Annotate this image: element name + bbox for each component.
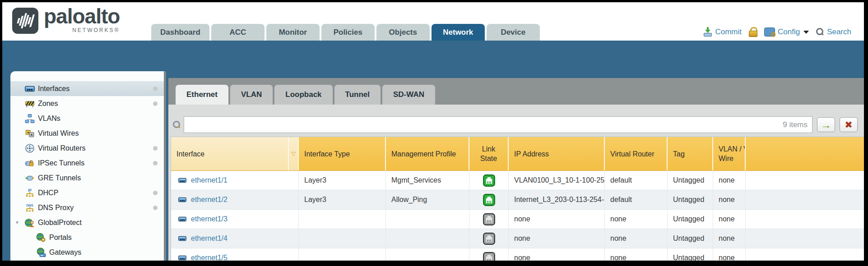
cell-interface: ethernet1/1 xyxy=(171,171,299,190)
column-header-interface[interactable]: Interface xyxy=(171,137,289,170)
sidebar-item-interfaces[interactable]: Interfaces xyxy=(10,81,164,96)
interface-link[interactable]: ethernet1/4 xyxy=(191,234,227,243)
sidebar-item-virtual-wires[interactable]: Virtual Wires xyxy=(10,126,164,141)
cell-tag: Untagged xyxy=(668,229,713,248)
column-header-link[interactable]: Link State xyxy=(469,137,509,170)
content-tab-tunnel[interactable]: Tunnel xyxy=(334,85,381,105)
column-label: Virtual Router xyxy=(610,149,654,159)
virtual-wires-icon xyxy=(25,128,35,138)
interfaces-icon xyxy=(25,84,35,94)
dns-proxy-icon xyxy=(25,203,35,213)
table-row[interactable]: ethernet1/2Layer3Allow_PingInternet_L3_2… xyxy=(171,190,864,210)
green-arrow-icon: → xyxy=(821,119,831,130)
interface-link[interactable]: ethernet1/2 xyxy=(191,196,227,204)
nav-tab-objects[interactable]: Objects xyxy=(376,24,430,41)
filter-input[interactable] xyxy=(184,117,780,133)
brand-subtitle: NETWORKS® xyxy=(72,28,120,33)
column-header-tag[interactable]: Tag xyxy=(668,137,713,170)
column-header-vlan[interactable]: VLAN / VWire xyxy=(713,137,746,170)
cell-link-state xyxy=(469,229,509,248)
dhcp-icon xyxy=(25,188,35,198)
item-count: 9 items xyxy=(780,120,812,129)
nav-tab-device[interactable]: Device xyxy=(487,24,540,41)
sidebar-item-gateways[interactable]: Gateways xyxy=(10,245,164,260)
sort-dropdown-button[interactable]: ▽ xyxy=(289,137,299,170)
top-bar: paloalto NETWORKS® DashboardACCMonitorPo… xyxy=(2,2,864,41)
column-header-filler xyxy=(746,137,864,170)
nav-tab-monitor[interactable]: Monitor xyxy=(266,24,320,41)
sidebar-item-portals[interactable]: Portals xyxy=(10,230,164,245)
content-tab-sd-wan[interactable]: SD-WAN xyxy=(382,85,435,105)
search-icon xyxy=(816,28,824,36)
table-row[interactable]: ethernet1/4nonenoneUntaggednone xyxy=(171,229,864,248)
cell-interface-type: Layer3 xyxy=(299,171,386,190)
virtual-routers-icon xyxy=(25,143,35,153)
cell-filler xyxy=(746,210,864,229)
commit-label: Commit xyxy=(715,28,742,37)
expander-down-icon[interactable]: ▼ xyxy=(15,220,25,225)
interface-icon xyxy=(176,254,188,261)
zones-icon xyxy=(25,99,35,109)
sidebar-item-label: DNS Proxy xyxy=(38,204,74,212)
content-tab-ethernet[interactable]: Ethernet xyxy=(176,85,228,105)
sidebar-item-label: Portals xyxy=(49,234,72,242)
filter-bar: 9 items → ✖ xyxy=(173,116,858,133)
commit-icon xyxy=(703,27,712,37)
cell-ip-address: VLAN0100_L3_10-1-100-254--24 xyxy=(509,171,605,190)
table-row[interactable]: ethernet1/3nonenoneUntaggednone xyxy=(171,210,864,229)
table-row[interactable]: ethernet1/5nonenoneUntaggednone xyxy=(171,248,864,261)
clear-filter-button[interactable]: ✖ xyxy=(840,117,858,132)
cell-management-profile xyxy=(386,248,469,261)
lock-icon[interactable] xyxy=(749,27,757,37)
commit-button[interactable]: Commit xyxy=(703,27,742,37)
column-header-vr[interactable]: Virtual Router xyxy=(605,137,668,170)
interface-icon xyxy=(176,234,188,243)
table-row[interactable]: ethernet1/1Layer3Mgmt_ServicesVLAN0100_L… xyxy=(171,171,864,190)
gateways-icon xyxy=(36,248,46,257)
ipsec-tunnels-icon xyxy=(25,158,35,168)
cell-ip-address: none xyxy=(509,248,605,261)
cell-vlan-virtual-wire: none xyxy=(713,190,746,210)
sidebar-item-ipsec-tunnels[interactable]: IPSec Tunnels xyxy=(10,156,164,170)
red-x-icon: ✖ xyxy=(845,120,853,129)
column-header-type[interactable]: Interface Type xyxy=(299,137,386,170)
sidebar-item-dns-proxy[interactable]: DNS Proxy xyxy=(10,200,164,215)
cell-management-profile: Allow_Ping xyxy=(386,190,469,210)
apply-filter-button[interactable]: → xyxy=(817,117,835,132)
portals-icon xyxy=(36,233,46,243)
sidebar-item-virtual-routers[interactable]: Virtual Routers xyxy=(10,141,164,156)
cell-filler xyxy=(746,248,864,261)
interface-link[interactable]: ethernet1/5 xyxy=(191,254,227,261)
interface-link[interactable]: ethernet1/1 xyxy=(191,176,227,184)
nav-tab-dashboard[interactable]: Dashboard xyxy=(151,24,209,41)
cell-interface: ethernet1/3 xyxy=(171,210,299,229)
content-tab-loopback[interactable]: Loopback xyxy=(274,85,332,105)
cell-link-state xyxy=(469,248,509,261)
sidebar-item-zones[interactable]: Zones xyxy=(10,96,164,111)
sidebar-item-vlans[interactable]: VLANs xyxy=(10,111,164,126)
content-tab-vlan[interactable]: VLAN xyxy=(230,85,273,105)
search-button[interactable]: Search xyxy=(816,28,851,37)
column-header-ip[interactable]: IP Address xyxy=(509,137,605,170)
sidebar-item-label: IPSec Tunnels xyxy=(38,159,84,167)
cell-virtual-router: default xyxy=(605,171,668,190)
link-state-down-icon xyxy=(483,233,495,245)
column-header-mgmt[interactable]: Management Profile xyxy=(386,137,469,170)
link-state-down-icon xyxy=(483,252,495,261)
sidebar-item-dhcp[interactable]: DHCP xyxy=(10,185,164,200)
cell-management-profile xyxy=(386,210,469,229)
item-dot xyxy=(153,206,158,210)
config-menu-button[interactable]: Config xyxy=(764,28,809,37)
interface-link[interactable]: ethernet1/3 xyxy=(191,215,227,223)
nav-tab-network[interactable]: Network xyxy=(432,24,485,41)
content-tabs: EthernetVLANLoopbackTunnelSD-WAN xyxy=(176,85,435,105)
cell-virtual-router: default xyxy=(605,190,668,210)
nav-tab-policies[interactable]: Policies xyxy=(321,24,375,41)
sidebar-nav-list: InterfacesZonesVLANsVirtual WiresVirtual… xyxy=(10,71,164,260)
brand-name: paloalto xyxy=(44,6,120,27)
chevron-down-icon xyxy=(803,31,809,34)
sidebar-item-gre-tunnels[interactable]: GRE Tunnels xyxy=(10,170,164,185)
main-panel: EthernetVLANLoopbackTunnelSD-WAN 9 items… xyxy=(168,78,864,261)
sidebar-item-globalprotect[interactable]: ▼GlobalProtect xyxy=(10,215,164,230)
nav-tab-acc[interactable]: ACC xyxy=(211,24,265,41)
